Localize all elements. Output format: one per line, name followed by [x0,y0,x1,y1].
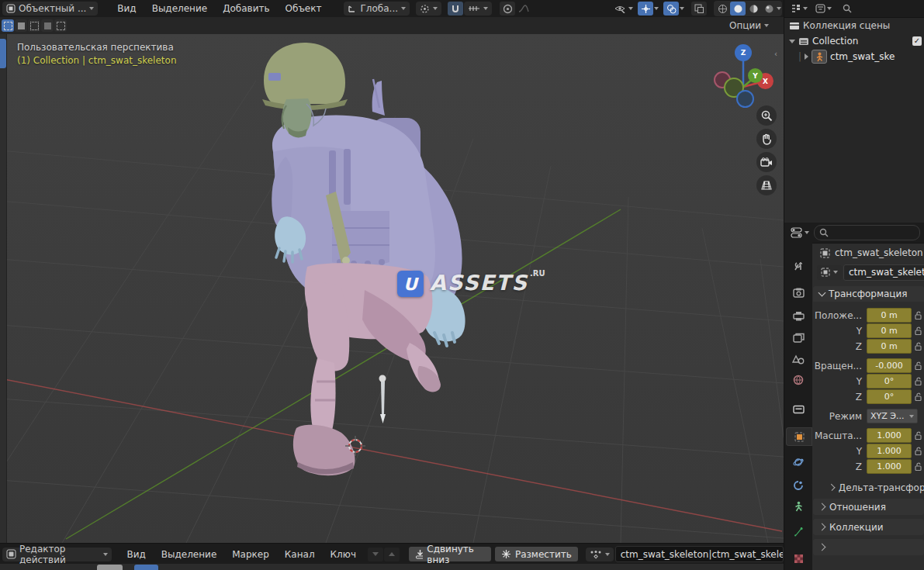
timeline-current-frame-pill[interactable] [134,565,158,570]
tab-view-layer[interactable] [787,328,809,347]
lock-icon[interactable] [915,447,922,455]
outliner-search-input[interactable] [843,4,924,13]
tab-object[interactable] [786,427,812,446]
location-y-field[interactable]: 0 m [867,323,912,338]
lock-icon[interactable] [915,342,922,351]
shading-solid-button[interactable] [730,2,746,16]
expand-collapse-icon[interactable] [805,54,808,60]
scale-y-field[interactable]: 1.000 [867,444,912,458]
select-subtract-button[interactable] [41,19,54,32]
dopesheet-content-strip[interactable] [0,564,784,570]
lock-icon[interactable] [915,377,922,385]
scale-z-field[interactable]: 1.000 [867,459,912,474]
push-down-button[interactable]: Сдвинуть вниз [409,547,491,561]
rotation-z-field[interactable]: 0° [867,389,912,404]
lock-icon[interactable] [915,361,922,370]
properties-search-input[interactable] [814,225,920,240]
select-tweak-button[interactable] [2,19,14,32]
shading-rendered-button[interactable] [761,2,777,16]
gizmo-z-neg-axis[interactable] [736,90,754,108]
tab-output[interactable] [787,306,809,325]
gizmo-y-axis[interactable]: Y [748,68,763,83]
expand-collapse-icon[interactable] [789,40,795,43]
rotation-y-field[interactable]: 0° [867,374,912,389]
action-name-field[interactable]: ctm_swat_skeleton|ctm_swat_skeleton|a_mo… [615,546,784,562]
lock-icon[interactable] [915,392,922,401]
armature-object-row[interactable]: | ctm_swat_ske [784,49,924,64]
rotation-mode-dropdown[interactable]: XYZ Э... [867,409,918,423]
xray-toggle[interactable] [691,2,707,16]
tab-physics[interactable] [787,453,809,472]
proportional-edit-toggle[interactable] [500,2,515,16]
collection-checkbox[interactable]: ✓ [912,36,922,46]
lock-icon[interactable] [915,431,922,440]
menu-object[interactable]: Объект [279,1,329,16]
overlays-toggle[interactable] [663,2,679,16]
show-visibility-dropdown[interactable] [612,2,628,16]
lock-icon[interactable] [915,311,922,320]
dope-menu-select[interactable]: Выделение [154,547,223,562]
tab-texture[interactable] [787,549,809,568]
menu-view[interactable]: Вид [110,1,143,16]
select-intersect-button[interactable] [54,19,67,32]
dopesheet-editor-type-dropdown[interactable]: Редактор действий [2,548,112,561]
viewport-3d[interactable]: Пользовательская перспектива (1) Collect… [0,34,784,543]
dope-menu-view[interactable]: Вид [119,547,152,562]
transform-panel-header[interactable]: Трансформация [813,286,924,302]
transform-orientation-dropdown[interactable]: Глоба... [344,2,410,16]
dope-menu-key[interactable]: Ключ [324,547,363,562]
prev-action-button[interactable] [368,548,383,561]
menu-add[interactable]: Добавить [216,1,276,16]
lock-icon[interactable] [915,462,922,471]
dope-menu-marker[interactable]: Маркер [225,547,276,562]
options-dropdown[interactable]: Опции [725,19,773,33]
tab-collection-props[interactable] [787,400,809,419]
next-panel-header-partial[interactable] [813,539,924,555]
outliner-display-mode-dropdown[interactable] [791,4,808,13]
menu-select[interactable]: Выделение [145,1,214,16]
snap-mode-dropdown[interactable] [464,2,492,16]
next-action-button[interactable] [384,548,400,561]
orthographic-toggle-button[interactable] [756,175,777,195]
proportional-falloff-dropdown[interactable] [516,2,531,16]
camera-view-button[interactable] [756,152,777,172]
collection-row[interactable]: Collection ✓ [784,33,924,49]
tab-tool[interactable] [787,257,809,275]
properties-breadcrumb[interactable]: ctm_swat_skeleton [812,243,924,263]
relations-panel-header[interactable]: Отношения [813,499,924,515]
tab-render[interactable] [787,283,809,302]
shading-wireframe-button[interactable] [715,2,730,16]
toolbar-strip[interactable] [0,34,7,543]
sidebar-collapse-arrow[interactable]: ‹ [774,50,777,58]
rotation-x-field[interactable]: -0.000 [867,358,912,373]
zoom-button[interactable] [756,105,777,126]
shading-material-button[interactable] [746,2,761,16]
gizmos-toggle[interactable] [638,2,653,16]
dopesheet-filter-dropdown[interactable] [586,548,614,561]
snap-toggle[interactable] [448,2,463,16]
stash-button[interactable]: Разместить [495,547,578,561]
dope-menu-channel[interactable]: Канал [278,547,322,562]
datablock-type-dropdown[interactable] [817,265,842,280]
location-z-field[interactable]: 0 m [867,339,912,354]
tab-world[interactable] [787,371,809,389]
pivot-point-dropdown[interactable] [416,2,441,16]
properties-editor-type-dropdown[interactable] [791,227,809,238]
gizmo-z-axis[interactable]: Z [735,44,752,61]
select-box-new-button[interactable] [15,19,27,32]
collections-panel-header[interactable]: Коллекции [813,519,924,535]
tab-scene[interactable] [787,350,809,368]
select-extend-button[interactable] [28,19,40,32]
scale-x-field[interactable]: 1.000 [867,428,912,443]
active-tool-indicator[interactable] [0,39,6,68]
tab-armature-data[interactable] [787,497,809,516]
tab-bone[interactable] [787,522,809,541]
timeline-button-gray[interactable] [97,565,123,570]
scene-collection-row[interactable]: Коллекция сцены [784,18,924,33]
lock-icon[interactable] [915,326,922,335]
tab-constraints[interactable] [787,476,809,495]
datablock-name-field[interactable]: ctm_swat_skeleton [843,264,924,281]
outliner-filter-dropdown[interactable] [815,4,832,13]
pan-hand-button[interactable] [756,129,777,149]
delta-transform-subpanel[interactable]: Дельта-трансформа... [812,480,924,495]
